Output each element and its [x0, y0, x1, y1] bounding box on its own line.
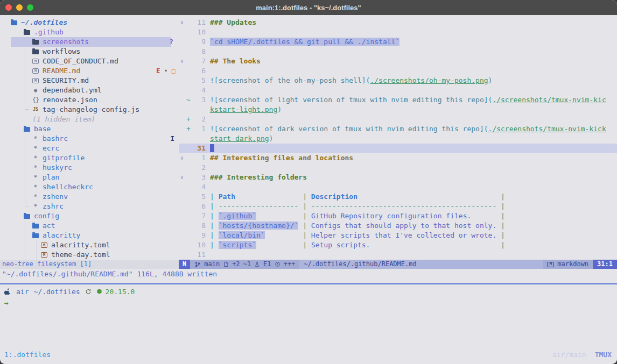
- fold-marker-icon[interactable]: ∨: [179, 18, 185, 27]
- diagnostics-icon: [254, 261, 260, 268]
- editor-line[interactable]: 10: [179, 27, 617, 37]
- tree-item[interactable]: (1 hidden item): [0, 115, 179, 124]
- gitsign-column: [185, 66, 192, 76]
- editor-line[interactable]: 10| `scripts` | Setup scripts. |: [179, 240, 617, 250]
- rc-file-icon: *: [32, 134, 39, 144]
- fold-column: [179, 250, 185, 260]
- fold-column: [179, 240, 185, 250]
- editor-line[interactable]: ∨11### Updates: [179, 18, 617, 27]
- tree-item[interactable]: MCODE_OF_CONDUCT.md: [0, 56, 179, 66]
- tree-item[interactable]: Mtheme-day.toml: [0, 250, 179, 260]
- tree-item[interactable]: MSECURITY.md: [0, 76, 179, 85]
- editor-line[interactable]: 4: [179, 182, 617, 192]
- rc-file-icon: *: [32, 182, 39, 192]
- tree-item[interactable]: *huskyrc: [0, 163, 179, 173]
- tree-guide: [25, 250, 25, 260]
- shell-input-line[interactable]: →: [0, 298, 617, 308]
- editor-line[interactable]: +2: [179, 115, 617, 124]
- tree-item[interactable]: .github: [0, 27, 179, 37]
- fold-column: [179, 221, 185, 231]
- editor-line[interactable]: +1![screenshot of dark version of tmux w…: [179, 124, 617, 134]
- fold-marker-icon[interactable]: ∨: [179, 173, 185, 182]
- line-text: ## The looks: [210, 56, 261, 66]
- fold-column: [179, 37, 185, 47]
- editor-line[interactable]: 5![screenshot of the oh-my-posh shell](.…: [179, 76, 617, 85]
- tree-item[interactable]: *plan: [0, 173, 179, 182]
- rc-file-icon: *: [32, 192, 39, 202]
- tree-item[interactable]: *gitprofile: [0, 153, 179, 163]
- editor-line[interactable]: 9| `local/bin` | Helper scripts that I'v…: [179, 231, 617, 240]
- editor-line[interactable]: ~3![screenshot of light version of tmux …: [179, 95, 617, 105]
- toml-file-icon: M: [41, 252, 47, 258]
- tree-item[interactable]: workflows: [0, 47, 179, 56]
- tree-item-label: ecrc: [43, 144, 59, 153]
- tree-guide: [25, 95, 25, 105]
- fold-column: [179, 85, 185, 95]
- tree-item-label: huskyrc: [43, 163, 72, 173]
- tree-item[interactable]: {}renovate.json: [0, 95, 179, 105]
- tree-item[interactable]: MREADME.mdE•□: [0, 66, 179, 76]
- tree-item[interactable]: screenshots?: [0, 37, 179, 47]
- fold-column: [179, 47, 185, 56]
- tmux-window-tab[interactable]: 1:.dotfiles: [4, 351, 51, 359]
- tree-item[interactable]: *shellcheckrc: [0, 182, 179, 192]
- tree-item[interactable]: alacritty: [0, 231, 179, 240]
- tree-item-label: CODE_OF_CONDUCT.md: [43, 56, 118, 66]
- gitsign-column: [185, 134, 192, 144]
- editor-line[interactable]: start-dark.png): [179, 134, 617, 144]
- editor-line[interactable]: 2: [179, 163, 617, 173]
- editor-line[interactable]: 31: [179, 144, 617, 153]
- editor-line[interactable]: 8| `hosts/{hostname}/` | Configs that sh…: [179, 221, 617, 231]
- line-number: 4: [192, 182, 206, 192]
- toml-file-icon: M: [41, 242, 47, 248]
- tree-item[interactable]: *bashrcI: [0, 134, 179, 144]
- text-cursor: [210, 144, 214, 152]
- file-status-marks: E•□: [156, 66, 176, 76]
- prompt-node-section: 20.15.0: [96, 288, 135, 296]
- editor-line[interactable]: 8: [179, 47, 617, 56]
- fold-marker-icon[interactable]: ∨: [179, 56, 185, 66]
- tree-item[interactable]: act: [0, 221, 179, 231]
- tree-item-label: act: [43, 221, 55, 231]
- editor-line[interactable]: 4: [179, 85, 617, 95]
- folder-icon: [11, 20, 17, 25]
- editor-line[interactable]: ∨7## The looks: [179, 56, 617, 66]
- tree-item-label: alacritty: [43, 231, 80, 240]
- line-text: | `local/bin` | Helper scripts that I've…: [210, 231, 505, 240]
- tree-item[interactable]: ◉dependabot.yml: [0, 85, 179, 95]
- editor-line[interactable]: ∨1## Interesting files and locations: [179, 153, 617, 163]
- tree-item[interactable]: *zshenv: [0, 192, 179, 202]
- tree-item[interactable]: *zshrc: [0, 202, 179, 211]
- git-untracked-badge: ?: [169, 37, 173, 47]
- tree-item[interactable]: JStag-changelog-config.js: [0, 105, 179, 115]
- markdown-file-icon: M: [32, 59, 39, 64]
- fold-column: [179, 95, 185, 105]
- line-text: ![screenshot of the oh-my-posh shell](./…: [210, 76, 492, 85]
- tree-guide: [25, 134, 25, 144]
- tree-item-label: shellcheckrc: [43, 182, 93, 192]
- editor-line[interactable]: 7| `.github` | GitHub Repository configu…: [179, 211, 617, 221]
- editor-line[interactable]: 5| Path | Description |: [179, 192, 617, 202]
- line-text: | ------------------- | ----------------…: [210, 202, 505, 211]
- fold-column: [179, 202, 185, 211]
- tree-item-label: theme-day.toml: [51, 250, 110, 260]
- editor-line[interactable]: ∨3### Interesting folders: [179, 173, 617, 182]
- editor-line[interactable]: 11: [179, 250, 617, 260]
- tree-item[interactable]: ~/.dotfiles: [0, 18, 179, 27]
- tree-item[interactable]: base: [0, 124, 179, 134]
- editor-buffer[interactable]: ∨11### Updates109`cd $HOME/.dotfiles && …: [179, 15, 617, 260]
- editor-line[interactable]: 6| ------------------- | ---------------…: [179, 202, 617, 211]
- diff-modified: ~1: [243, 260, 251, 269]
- editor-line[interactable]: 9`cd $HOME/.dotfiles && git pull && ./in…: [179, 37, 617, 47]
- line-text: | `scripts` | Setup scripts. |: [210, 240, 505, 250]
- tree-item[interactable]: config: [0, 211, 179, 221]
- tree-item[interactable]: *ecrc: [0, 144, 179, 153]
- fold-marker-icon[interactable]: ∨: [179, 153, 185, 163]
- tree-item[interactable]: Malacritty.toml: [0, 240, 179, 250]
- fold-column: [179, 231, 185, 240]
- gitsign-column: [185, 27, 192, 37]
- editor-line[interactable]: 6: [179, 66, 617, 76]
- editor-line[interactable]: kstart-light.png): [179, 105, 617, 115]
- rc-file-icon: *: [32, 144, 39, 153]
- prompt-hostname: air: [16, 288, 29, 296]
